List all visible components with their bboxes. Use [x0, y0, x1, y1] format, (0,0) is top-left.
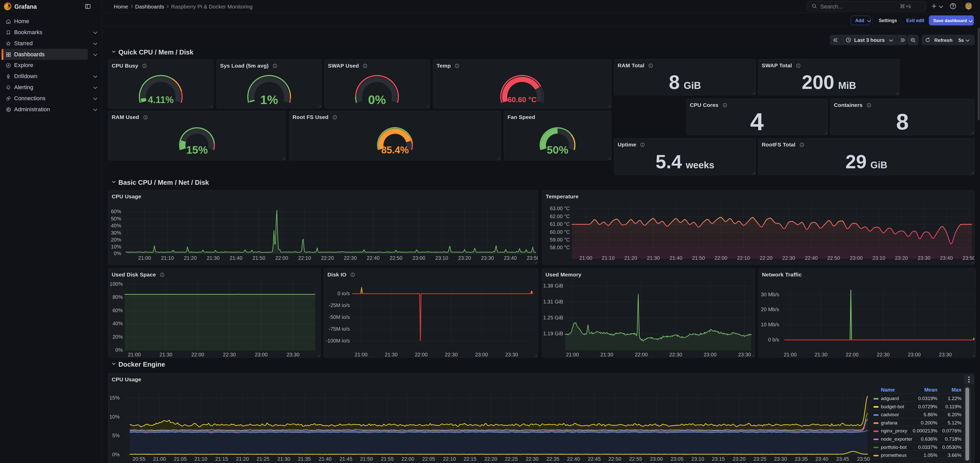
- svg-text:21:00: 21:00: [566, 352, 579, 358]
- svg-text:23:30: 23:30: [286, 352, 299, 358]
- svg-text:nginx_proxy: nginx_proxy: [881, 428, 907, 434]
- svg-text:22:40: 22:40: [367, 255, 380, 261]
- svg-text:22:30: 22:30: [344, 255, 357, 261]
- svg-text:10 Mb/s: 10 Mb/s: [761, 322, 779, 327]
- svg-text:40%: 40%: [111, 223, 121, 228]
- svg-text:23:10: 23:10: [691, 456, 704, 462]
- svg-text:23:00: 23:00: [255, 352, 267, 358]
- svg-text:40%: 40%: [113, 321, 123, 326]
- svg-text:21:30: 21:30: [207, 255, 220, 261]
- svg-text:22:25: 22:25: [505, 456, 518, 462]
- svg-text:22:55: 22:55: [629, 456, 642, 462]
- svg-text:23:00: 23:00: [650, 456, 663, 462]
- svg-text:23:25: 23:25: [754, 456, 766, 462]
- svg-text:23:50: 23:50: [527, 255, 538, 261]
- svg-text:cadvisor: cadvisor: [881, 412, 899, 417]
- svg-text:23:20: 23:20: [733, 456, 746, 462]
- svg-text:Max: Max: [951, 387, 961, 393]
- svg-text:21:30: 21:30: [385, 352, 398, 358]
- svg-text:15%: 15%: [186, 144, 208, 156]
- svg-text:63.00 °C: 63.00 °C: [550, 206, 570, 211]
- svg-text:22:00: 22:00: [846, 352, 859, 358]
- svg-text:21:35: 21:35: [298, 456, 311, 462]
- svg-text:60.00 °C: 60.00 °C: [550, 229, 570, 235]
- svg-text:22:50: 22:50: [608, 456, 621, 462]
- svg-text:22:20: 22:20: [321, 255, 334, 261]
- svg-text:21:45: 21:45: [339, 456, 352, 462]
- svg-text:85.4%: 85.4%: [381, 145, 409, 155]
- svg-text:21:00: 21:00: [138, 255, 151, 261]
- svg-text:21:20: 21:20: [236, 456, 249, 462]
- svg-text:0.0729%: 0.0729%: [918, 404, 937, 409]
- svg-text:23:35: 23:35: [795, 456, 808, 462]
- svg-text:prometheus: prometheus: [881, 452, 907, 458]
- svg-text:21:50: 21:50: [360, 456, 373, 462]
- svg-text:23:40: 23:40: [504, 255, 517, 261]
- svg-text:1%: 1%: [260, 93, 278, 107]
- svg-text:22:40: 22:40: [567, 456, 580, 462]
- svg-text:60%: 60%: [113, 308, 123, 313]
- svg-text:15%: 15%: [110, 395, 120, 401]
- svg-text:21:15: 21:15: [215, 456, 228, 462]
- svg-text:23:30: 23:30: [774, 456, 787, 462]
- svg-text:22:30: 22:30: [877, 352, 889, 358]
- svg-text:23:30: 23:30: [939, 352, 952, 358]
- svg-text:59.00 °C: 59.00 °C: [550, 237, 570, 243]
- svg-text:1.05%: 1.05%: [923, 452, 937, 458]
- svg-text:0%: 0%: [368, 93, 386, 107]
- svg-text:10%: 10%: [110, 414, 120, 420]
- svg-text:20%: 20%: [111, 237, 121, 243]
- svg-text:22:50: 22:50: [390, 255, 402, 261]
- svg-text:22:30: 22:30: [669, 352, 682, 358]
- svg-text:21:10: 21:10: [161, 255, 174, 261]
- svg-text:0.0337%: 0.0337%: [918, 444, 937, 450]
- svg-text:0.119%: 0.119%: [945, 404, 961, 409]
- svg-text:-50M io/s: -50M io/s: [329, 314, 350, 320]
- svg-text:Name: Name: [881, 387, 895, 393]
- svg-text:23:15: 23:15: [712, 456, 725, 462]
- svg-text:22:15: 22:15: [463, 456, 476, 462]
- svg-text:21:50: 21:50: [253, 255, 265, 261]
- svg-text:0.0530%: 0.0530%: [942, 444, 961, 450]
- svg-text:30 Mb/s: 30 Mb/s: [761, 292, 779, 297]
- svg-text:0.000213%: 0.000213%: [913, 428, 937, 433]
- svg-text:21:00: 21:00: [784, 352, 797, 358]
- svg-text:1.38 GiB: 1.38 GiB: [543, 283, 563, 289]
- svg-text:0.0319%: 0.0319%: [918, 396, 937, 401]
- svg-text:23:20: 23:20: [458, 255, 471, 261]
- svg-text:21:40: 21:40: [229, 255, 242, 261]
- svg-text:3.66%: 3.66%: [948, 452, 961, 458]
- svg-text:20%: 20%: [113, 334, 123, 340]
- svg-text:23:50: 23:50: [857, 456, 870, 462]
- svg-text:0%: 0%: [114, 251, 121, 256]
- svg-text:23:00: 23:00: [704, 352, 716, 358]
- svg-text:22:00: 22:00: [415, 352, 428, 358]
- svg-text:21:30: 21:30: [815, 352, 827, 358]
- svg-text:61.00 °C: 61.00 °C: [550, 221, 570, 227]
- svg-text:0.636%: 0.636%: [921, 436, 938, 442]
- svg-text:21:25: 21:25: [256, 456, 269, 462]
- svg-text:22:30: 22:30: [445, 352, 458, 358]
- svg-text:50%: 50%: [111, 216, 121, 222]
- svg-text:22:30: 22:30: [223, 352, 236, 358]
- svg-text:22:10: 22:10: [298, 255, 311, 261]
- svg-text:22:20: 22:20: [484, 456, 497, 462]
- svg-text:60%: 60%: [111, 209, 121, 214]
- svg-text:100%: 100%: [110, 281, 123, 287]
- svg-text:5.86%: 5.86%: [923, 412, 937, 417]
- svg-text:20 Mb/s: 20 Mb/s: [761, 307, 779, 312]
- svg-text:22:10: 22:10: [443, 456, 456, 462]
- svg-text:adguard: adguard: [881, 396, 899, 401]
- svg-text:Mean: Mean: [924, 387, 937, 393]
- svg-text:0%: 0%: [112, 452, 120, 457]
- svg-text:20:55: 20:55: [132, 456, 145, 462]
- svg-text:node_exporter: node_exporter: [881, 436, 912, 442]
- svg-text:0.200%: 0.200%: [921, 420, 938, 425]
- svg-text:21:30: 21:30: [159, 352, 172, 358]
- svg-text:23:30: 23:30: [505, 352, 518, 358]
- svg-text:58.00 °C: 58.00 °C: [550, 244, 570, 250]
- svg-text:21:00: 21:00: [128, 352, 141, 358]
- svg-text:23:30: 23:30: [738, 352, 751, 358]
- svg-text:22:00: 22:00: [401, 456, 414, 462]
- svg-text:21:30: 21:30: [600, 352, 613, 358]
